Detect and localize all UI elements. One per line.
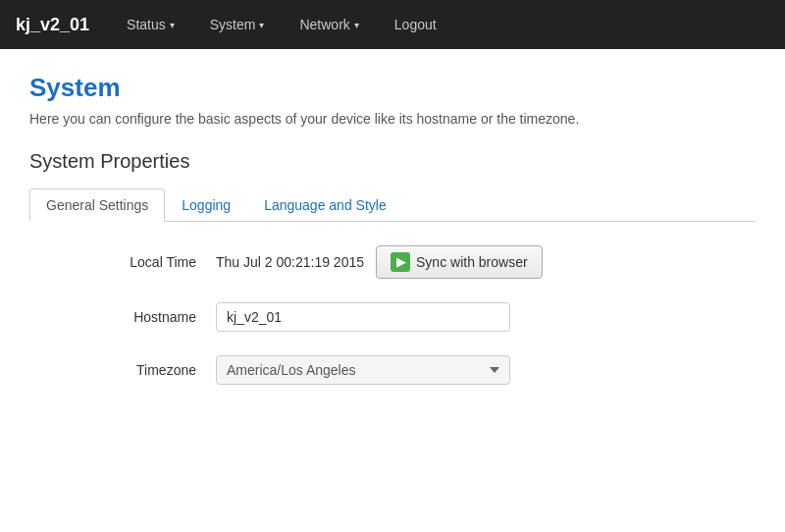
tabs-container: General Settings Logging Language and St… xyxy=(29,188,756,222)
hostname-input[interactable] xyxy=(216,302,510,332)
tab-language-and-style[interactable]: Language and Style xyxy=(247,188,403,222)
section-title: System Properties xyxy=(29,150,756,173)
sync-button-label: Sync with browser xyxy=(416,254,528,270)
tab-general-settings[interactable]: General Settings xyxy=(29,188,165,222)
tab-logging[interactable]: Logging xyxy=(165,188,247,222)
network-caret-icon: ▾ xyxy=(354,20,359,30)
logout-label: Logout xyxy=(394,17,437,32)
status-caret-icon: ▾ xyxy=(170,20,175,30)
navbar: kj_v2_01 Status ▾ System ▾ Network ▾ Log… xyxy=(0,0,785,49)
page-title: System xyxy=(29,73,756,103)
local-time-label: Local Time xyxy=(108,254,216,270)
nav-item-logout[interactable]: Logout xyxy=(387,17,445,32)
nav-system-label: System xyxy=(210,17,256,32)
sync-with-browser-button[interactable]: ▶ Sync with browser xyxy=(376,245,543,279)
nav-item-system[interactable]: System ▾ xyxy=(202,0,273,49)
local-time-value: Thu Jul 2 00:21:19 2015 xyxy=(216,254,364,270)
hostname-row: Hostname xyxy=(29,302,756,332)
navbar-brand[interactable]: kj_v2_01 xyxy=(16,15,89,35)
local-time-row: Local Time Thu Jul 2 00:21:19 2015 ▶ Syn… xyxy=(29,245,756,279)
hostname-label: Hostname xyxy=(108,309,216,325)
timezone-label: Timezone xyxy=(108,362,216,378)
nav-network-label: Network xyxy=(299,17,349,32)
sync-icon: ▶ xyxy=(391,252,410,272)
nav-status-label: Status xyxy=(127,17,166,32)
nav-item-network[interactable]: Network ▾ xyxy=(291,0,366,49)
timezone-row: Timezone America/Los Angeles UTC America… xyxy=(29,355,756,385)
page-description: Here you can configure the basic aspects… xyxy=(29,111,756,127)
timezone-select[interactable]: America/Los Angeles UTC America/New_York… xyxy=(216,355,510,385)
system-caret-icon: ▾ xyxy=(259,20,264,30)
nav-item-status[interactable]: Status ▾ xyxy=(119,0,183,49)
main-content: System Here you can configure the basic … xyxy=(0,49,785,432)
